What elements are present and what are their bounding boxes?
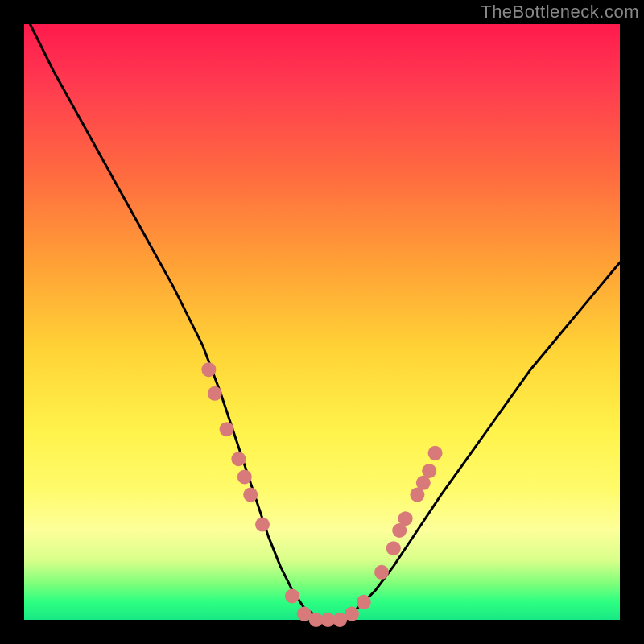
plot-background — [24, 24, 620, 620]
chart-frame: TheBottleneck.com — [0, 0, 644, 644]
watermark-label: TheBottleneck.com — [481, 2, 639, 23]
